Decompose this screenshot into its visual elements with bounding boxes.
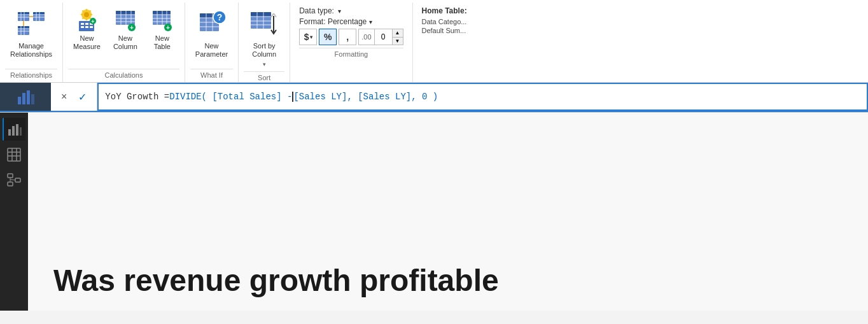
formula-body: DIVIDE( [Total Sales] -	[169, 92, 292, 102]
decimal-down-button[interactable]: ▼	[393, 37, 403, 45]
new-measure-icon: +	[75, 9, 98, 32]
new-column-label: NewColumn	[113, 34, 137, 51]
formula-cancel-button[interactable]: ×	[59, 90, 69, 104]
svg-text:+: +	[92, 18, 95, 25]
sort-by-column-button[interactable]: Sort byColumn ▾	[244, 6, 284, 70]
decimal-input[interactable]	[374, 29, 392, 45]
home-table-group: Home Table: Data Catego... Default Sum..…	[413, 3, 476, 82]
manage-relationships-button[interactable]: ManageRelationships	[5, 6, 57, 61]
new-table-button[interactable]: + NewTable	[145, 6, 179, 53]
what-if-group-label: What If	[190, 69, 233, 82]
percent-button[interactable]: %	[319, 29, 337, 45]
svg-rect-90	[15, 178, 20, 182]
data-type-label: Data type:	[299, 6, 334, 15]
svg-rect-13	[18, 26, 29, 29]
new-parameter-button[interactable]: ? NewParameter	[190, 6, 233, 61]
svg-rect-76	[22, 93, 25, 104]
relationships-items: ManageRelationships	[5, 3, 57, 67]
sort-items: Sort byColumn ▾	[244, 3, 284, 70]
svg-rect-1	[18, 12, 29, 15]
format-label: Format: Percentage	[299, 17, 367, 26]
svg-rect-69	[251, 12, 271, 17]
svg-rect-31	[81, 23, 84, 25]
chart-view-icon	[17, 88, 34, 106]
svg-rect-78	[31, 94, 34, 104]
svg-text:+: +	[166, 24, 170, 31]
calculations-group-label: Calculations	[68, 69, 179, 82]
manage-relationships-icon	[16, 9, 46, 39]
svg-rect-83	[8, 148, 20, 161]
chart-sidebar-icon	[8, 122, 22, 136]
formula-bar: × ✓ YoY Growth = DIVIDE( [Total Sales] -…	[0, 83, 868, 112]
svg-rect-75	[18, 97, 21, 104]
format-dropdown-icon: ▾	[369, 18, 372, 25]
calculations-items: + NewMeasure	[68, 3, 179, 67]
svg-rect-50	[153, 11, 171, 15]
data-type-row: Data type: ▾	[299, 6, 403, 17]
comma-label: ,	[346, 32, 349, 42]
table-sidebar-icon	[7, 148, 21, 162]
svg-rect-35	[85, 26, 88, 28]
svg-point-21	[84, 12, 89, 17]
svg-line-92	[10, 180, 15, 180]
svg-rect-32	[85, 23, 88, 25]
new-column-icon: +	[114, 9, 137, 32]
formula-bar-icon	[0, 83, 51, 111]
spinner-controls: ▲ ▼	[392, 29, 403, 45]
default-sum-item: Default Sum...	[422, 27, 467, 34]
svg-rect-79	[8, 129, 11, 136]
formula-actions: × ✓	[51, 83, 97, 111]
comma-button[interactable]: ,	[339, 29, 356, 45]
ribbon: ManageRelationships Relationships	[0, 0, 868, 113]
sort-by-column-icon	[249, 9, 279, 39]
left-sidebar	[0, 113, 28, 311]
decimal-prefix: .00	[359, 29, 374, 45]
svg-rect-40	[116, 11, 135, 15]
new-table-icon: +	[151, 9, 174, 32]
sidebar-item-table[interactable]	[3, 143, 25, 166]
formula-confirm-button[interactable]: ✓	[76, 90, 89, 104]
new-parameter-icon: ?	[197, 9, 227, 39]
percent-label: %	[324, 32, 332, 42]
svg-rect-77	[27, 90, 30, 104]
new-table-label: NewTable	[154, 34, 171, 51]
home-table-title: Home Table:	[422, 6, 467, 18]
manage-rel-svg	[17, 10, 46, 39]
content-area: Was revenue growth profitable	[28, 113, 868, 311]
sidebar-item-model[interactable]	[3, 169, 25, 192]
formula-input[interactable]: YoY Growth = DIVIDE( [Total Sales] - [Sa…	[97, 83, 868, 111]
svg-rect-89	[8, 182, 13, 186]
format-buttons-row: $ ▾ % , .00 ▲ ▼	[299, 29, 403, 45]
svg-text:+: +	[130, 24, 134, 31]
svg-rect-82	[20, 127, 22, 136]
model-sidebar-icon	[7, 173, 21, 187]
svg-rect-36	[90, 26, 93, 28]
relationships-group: ManageRelationships Relationships	[0, 3, 63, 82]
ribbon-toolbar: ManageRelationships Relationships	[0, 0, 868, 83]
formatting-group: Data type: ▾ Format: Percentage ▾ $ ▾ % …	[290, 3, 412, 82]
new-measure-label: NewMeasure	[73, 34, 101, 51]
dollar-dropdown: ▾	[310, 34, 312, 40]
what-if-items: ? NewParameter	[190, 3, 233, 67]
decimal-spinner: .00 ▲ ▼	[358, 29, 403, 45]
data-category-item: Data Catego...	[422, 18, 467, 27]
format-row[interactable]: Format: Percentage ▾	[299, 17, 403, 29]
calculations-group: + NewMeasure	[63, 3, 185, 82]
dollar-label: $	[304, 32, 309, 42]
formula-prefix: YoY Growth =	[105, 92, 169, 102]
svg-rect-34	[81, 26, 84, 28]
main-area: Was revenue growth profitable	[0, 113, 868, 311]
sidebar-item-chart[interactable]	[3, 118, 25, 141]
new-measure-button[interactable]: + NewMeasure	[68, 6, 106, 53]
dollar-button[interactable]: $ ▾	[299, 29, 317, 45]
new-column-button[interactable]: + NewColumn	[108, 6, 143, 53]
decimal-up-button[interactable]: ▲	[393, 29, 403, 37]
what-if-group: ? NewParameter What If	[185, 3, 239, 82]
data-type-dropdown-icon: ▾	[338, 8, 341, 15]
content-title: Was revenue growth profitable	[53, 264, 499, 298]
svg-text:?: ?	[216, 12, 222, 22]
formula-suffix: [Sales LY], [Sales LY], 0 )	[293, 92, 438, 102]
svg-rect-81	[16, 124, 18, 136]
svg-rect-80	[12, 126, 15, 136]
formatting-group-label: Formatting	[299, 48, 403, 61]
